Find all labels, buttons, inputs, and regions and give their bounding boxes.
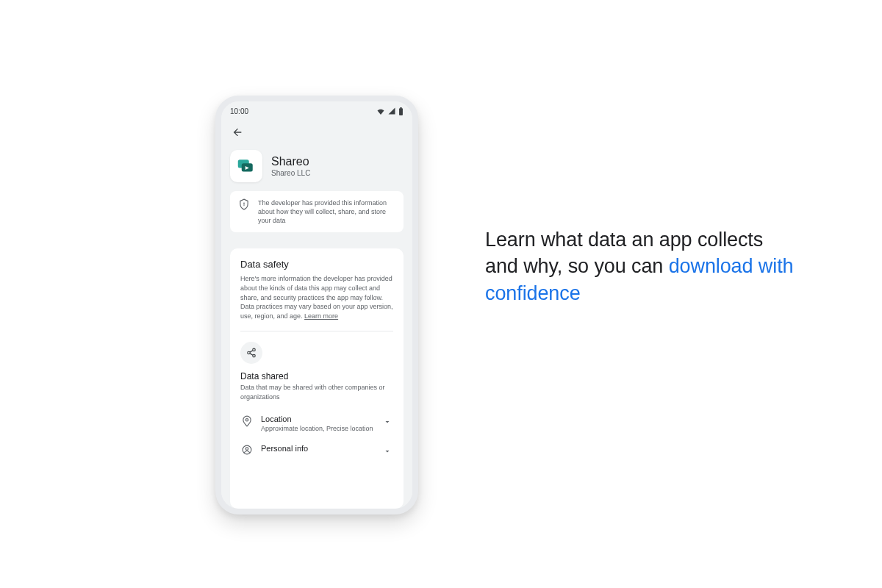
svg-rect-1 — [400, 107, 401, 109]
row-subtitle: Approximate location, Precise location — [261, 425, 376, 432]
battery-icon — [398, 107, 404, 115]
data-safety-title: Data safety — [240, 259, 393, 270]
svg-rect-5 — [244, 204, 245, 206]
data-safety-description: Here's more information the developer ha… — [240, 274, 393, 320]
marketing-headline: Learn what data an app collects and why,… — [485, 226, 794, 306]
data-safety-card: Data safety Here's more information the … — [230, 248, 404, 509]
learn-more-link[interactable]: Learn more — [304, 312, 338, 320]
divider — [240, 331, 393, 331]
svg-point-8 — [253, 355, 256, 358]
person-icon — [240, 444, 254, 455]
data-shared-subtitle: Data that may be shared with other compa… — [240, 383, 393, 401]
signal-icon — [388, 107, 395, 115]
chevron-down-icon — [383, 444, 393, 459]
wifi-icon — [376, 107, 385, 115]
app-developer[interactable]: Shareo LLC — [271, 169, 310, 177]
phone-mockup: 10:00 — [215, 96, 418, 514]
chevron-down-icon — [383, 415, 393, 429]
status-bar: 10:00 — [221, 101, 412, 121]
data-row-personal-info[interactable]: Personal info — [240, 438, 393, 465]
svg-point-6 — [253, 349, 256, 352]
svg-point-11 — [245, 447, 248, 450]
status-time: 10:00 — [230, 107, 248, 115]
app-header: Shareo Shareo LLC — [221, 147, 412, 191]
arrow-back-icon — [232, 126, 243, 138]
app-title: Shareo — [271, 155, 310, 168]
svg-rect-0 — [399, 108, 403, 115]
location-icon — [240, 415, 254, 427]
shield-icon — [239, 198, 251, 212]
app-icon — [230, 150, 262, 182]
developer-info-banner: The developer has provided this informat… — [230, 191, 404, 232]
svg-point-7 — [248, 352, 251, 355]
row-title: Personal info — [261, 444, 376, 453]
screen: 10:00 — [221, 101, 412, 509]
row-title: Location — [261, 415, 376, 423]
share-icon — [240, 342, 262, 364]
top-app-bar — [221, 121, 412, 147]
back-button[interactable] — [229, 123, 246, 141]
phone-frame: 10:00 — [215, 96, 418, 514]
svg-point-9 — [245, 418, 248, 420]
data-row-location[interactable]: Location Approximate location, Precise l… — [240, 409, 393, 438]
data-shared-title: Data shared — [240, 371, 393, 381]
svg-point-4 — [243, 202, 245, 204]
status-icons — [376, 107, 404, 115]
developer-info-text: The developer has provided this informat… — [258, 198, 395, 225]
